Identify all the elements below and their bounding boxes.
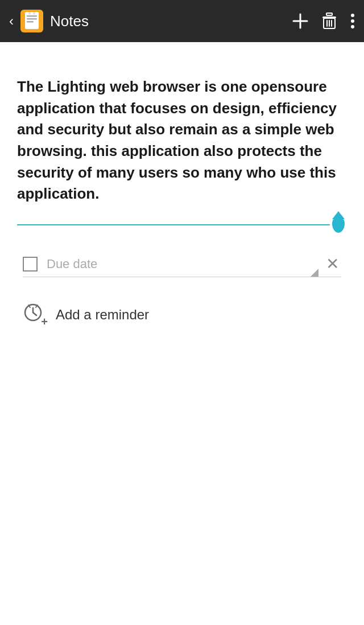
svg-rect-9 — [326, 13, 332, 15]
trash-icon — [322, 13, 337, 30]
svg-point-16 — [351, 25, 354, 28]
reminder-icon-wrapper: + — [23, 302, 48, 327]
reminder-label: Add a reminder — [56, 307, 149, 323]
clock-icon — [23, 302, 43, 323]
notepad-icon — [24, 12, 40, 30]
resize-handle — [311, 269, 318, 277]
more-options-button[interactable] — [350, 13, 355, 29]
note-body: The Lighting web browser is one opensour… — [17, 76, 347, 205]
svg-line-19 — [33, 312, 36, 315]
reminder-row[interactable]: + Add a reminder — [17, 294, 347, 335]
due-date-close-button[interactable]: ✕ — [324, 256, 341, 272]
page-title: Notes — [50, 13, 89, 30]
header-actions — [292, 13, 355, 30]
svg-point-15 — [351, 19, 354, 23]
header-left: ‹ Notes — [9, 10, 89, 32]
svg-rect-0 — [25, 12, 39, 29]
plus-icon: + — [41, 316, 48, 327]
app-icon — [20, 10, 43, 32]
due-date-label: Due date — [47, 257, 315, 272]
more-icon — [350, 13, 355, 29]
water-drop-icon — [330, 216, 347, 233]
delete-button[interactable] — [322, 13, 337, 30]
svg-rect-5 — [33, 12, 35, 15]
svg-rect-3 — [27, 21, 34, 23]
svg-rect-4 — [28, 12, 31, 15]
add-note-button[interactable] — [292, 13, 308, 29]
back-button[interactable]: ‹ — [9, 13, 14, 29]
main-content: The Lighting web browser is one opensour… — [0, 42, 364, 352]
due-date-checkbox[interactable] — [23, 257, 38, 272]
divider-row — [17, 216, 347, 233]
header: ‹ Notes — [0, 0, 364, 42]
due-date-section: Due date ✕ — [17, 256, 347, 277]
svg-point-14 — [351, 14, 354, 17]
svg-rect-1 — [27, 15, 37, 17]
svg-rect-2 — [27, 18, 37, 20]
add-icon — [292, 13, 308, 29]
divider-line — [17, 224, 330, 225]
due-date-row: Due date ✕ — [23, 256, 341, 277]
